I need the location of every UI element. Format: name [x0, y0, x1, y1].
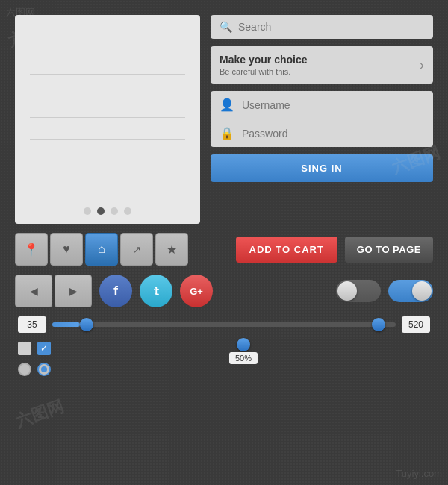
search-bar[interactable]: 🔍 — [211, 15, 433, 39]
twitter-icon: 𝕥 — [154, 285, 159, 297]
radio-2[interactable] — [37, 363, 51, 376]
search-input[interactable] — [238, 21, 424, 33]
slider-top-thumb-left[interactable] — [80, 318, 93, 331]
toggle-2-knob — [412, 281, 432, 301]
signin-button[interactable]: SING IN — [211, 154, 433, 182]
checkbox-group — [18, 342, 51, 355]
star-button[interactable]: ★ — [155, 233, 188, 266]
choice-panel[interactable]: Make your choice Be careful with this. › — [211, 46, 433, 84]
carousel-dot-3[interactable] — [111, 207, 118, 215]
share-button[interactable]: ↗ — [120, 233, 153, 266]
home-button[interactable]: ⌂ — [85, 233, 118, 266]
slider-top-track[interactable] — [52, 322, 396, 327]
third-row: ◀ ▶ f 𝕥 G+ — [15, 275, 433, 307]
slider-top-container: 35 520 — [18, 316, 430, 333]
password-input[interactable] — [242, 128, 424, 140]
carousel-dot-4[interactable] — [124, 207, 131, 215]
go-to-page-button[interactable]: GO TO PAGE — [345, 237, 433, 263]
login-form: 👤 🔒 — [211, 91, 433, 147]
lock-icon: 🔒 — [220, 126, 234, 140]
location-button[interactable]: 📍 — [15, 233, 48, 266]
icon-button-group: 📍 ♥ ⌂ ↗ ★ — [15, 233, 188, 266]
choice-title: Make your choice — [220, 54, 308, 66]
password-field[interactable]: 🔒 — [211, 119, 433, 147]
user-icon: 👤 — [220, 98, 234, 112]
username-input[interactable] — [242, 99, 424, 111]
radio-1[interactable] — [18, 363, 31, 376]
watermark-3: 六图网 — [13, 395, 66, 434]
toggle-1[interactable] — [336, 280, 381, 302]
heart-icon: ♥ — [63, 242, 70, 256]
carousel-line — [30, 117, 185, 118]
carousel-line — [30, 139, 185, 140]
carousel-panel — [15, 15, 200, 224]
carousel-line — [30, 74, 185, 75]
twitter-button[interactable]: 𝕥 — [140, 275, 172, 307]
slider-top-fill — [52, 322, 80, 327]
corner-watermark-2: Tuyiyi.com — [396, 468, 442, 479]
username-field[interactable]: 👤 — [211, 91, 433, 119]
carousel-dots — [15, 198, 200, 224]
share-icon: ↗ — [133, 244, 141, 255]
right-panel: 🔍 Make your choice Be careful with this.… — [211, 15, 433, 182]
checkbox-2[interactable] — [37, 342, 51, 355]
next-button[interactable]: ▶ — [55, 275, 92, 307]
carousel-dot-1[interactable] — [84, 207, 91, 215]
checkbox-1[interactable] — [18, 342, 31, 355]
choice-arrow-icon: › — [420, 57, 424, 73]
sliders-section: 35 520 — [15, 316, 433, 376]
favorite-button[interactable]: ♥ — [50, 233, 83, 266]
prev-next-group: ◀ ▶ — [15, 275, 92, 307]
search-icon: 🔍 — [220, 21, 232, 33]
toggle-1-knob — [337, 281, 357, 301]
toggle-2[interactable] — [388, 280, 433, 302]
second-row: 📍 ♥ ⌂ ↗ ★ ADD TO CART GO TO PAGE — [15, 233, 433, 266]
facebook-icon: f — [113, 284, 118, 299]
choice-text: Make your choice Be careful with this. — [220, 54, 308, 76]
googleplus-button[interactable]: G+ — [180, 275, 213, 307]
choice-subtitle: Be careful with this. — [220, 67, 308, 76]
slider-bottom-thumb[interactable] — [237, 338, 250, 351]
home-icon: ⌂ — [98, 242, 105, 256]
slider-top-thumb-right[interactable] — [372, 318, 385, 331]
location-icon: 📍 — [24, 242, 39, 257]
add-to-cart-button[interactable]: ADD TO CART — [236, 237, 337, 263]
facebook-button[interactable]: f — [99, 275, 132, 307]
slider-max-value: 520 — [402, 316, 430, 333]
next-icon: ▶ — [69, 285, 78, 297]
prev-icon: ◀ — [30, 285, 38, 297]
radio-group — [18, 363, 51, 376]
prev-button[interactable]: ◀ — [15, 275, 52, 307]
carousel-line — [30, 96, 185, 96]
slider-min-value: 35 — [18, 316, 46, 333]
action-buttons: ADD TO CART GO TO PAGE — [236, 237, 433, 263]
star-icon: ★ — [167, 242, 177, 257]
toggle-group — [336, 280, 433, 302]
googleplus-icon: G+ — [190, 286, 203, 297]
carousel-dot-2[interactable] — [97, 207, 105, 215]
slider-percent-label: 50% — [229, 352, 258, 364]
